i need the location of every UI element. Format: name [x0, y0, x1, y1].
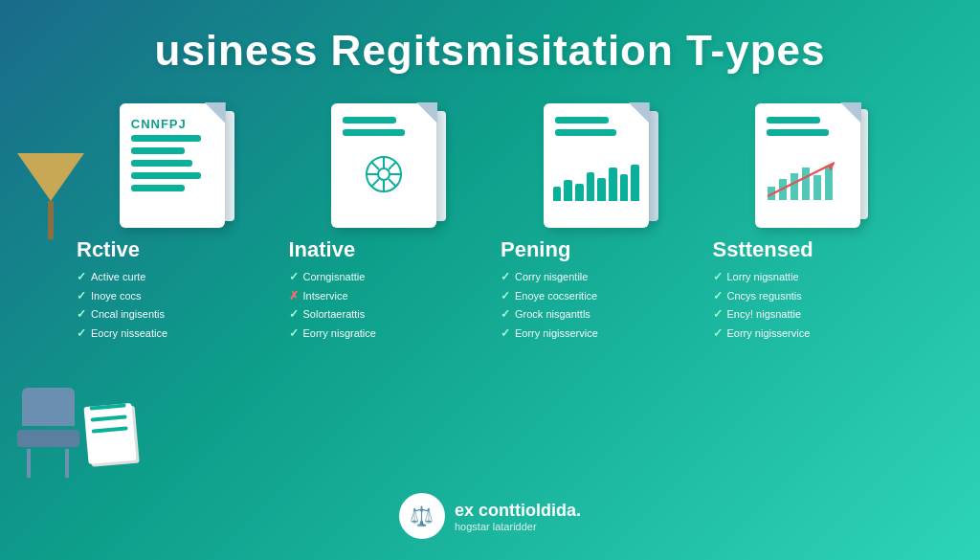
bullet-list-active: ✓Active curte ✓Inoye cocs ✓Cncal ingisen… — [77, 270, 167, 345]
card-label-active: Rctive — [77, 237, 140, 262]
bullet-text: Intservice — [303, 289, 348, 302]
bullet-item: ✓Eorry nigisservice — [501, 326, 598, 342]
bullet-text: Lorry nigsnattie — [727, 270, 799, 283]
bullet-item: ✓Active curte — [77, 270, 167, 285]
bullet-text: Cncal ingisentis — [91, 307, 165, 321]
decorative-papers — [86, 397, 144, 464]
bullet-text: Eorry nigisservice — [515, 326, 598, 340]
svg-line-7 — [389, 179, 396, 187]
card-label-inactive: Inative — [289, 237, 356, 262]
svg-line-16 — [768, 163, 835, 196]
bullet-text: Inoye cocs — [91, 289, 142, 302]
bullet-text: Corngisnattie — [303, 270, 366, 283]
gear-icon — [363, 153, 405, 195]
card-label-pending: Pening — [501, 237, 570, 262]
bullet-list-pending: ✓Corry nisgentile ✓Enoye cocseritice ✓Gr… — [501, 270, 598, 345]
bullet-text: Eorry nisgratice — [303, 326, 376, 340]
decorative-chair — [10, 388, 86, 483]
svg-rect-15 — [825, 166, 833, 200]
bullet-text: Ency! nigsnattie — [727, 307, 802, 321]
page-title: usiness Regitsmisitation T-ypes — [155, 27, 826, 75]
bullet-item: ✓Enoye cocseritice — [501, 289, 598, 304]
bullet-item: ✓Grock nisganttls — [501, 307, 598, 323]
bullet-item: ✓Inoye cocs — [77, 289, 167, 304]
bullet-item: ✓Solortaerattis — [289, 307, 376, 323]
doc-icon-suspended — [755, 103, 860, 228]
card-active: CNNFPJ Rctive ✓Active curte ✓Inoye cocs … — [77, 103, 268, 345]
line-chart-icon — [755, 149, 860, 212]
bullet-item: ✓Cncal ingisentis — [77, 307, 167, 323]
card-inactive: Inative ✓Corngisnattie ✗Intservice ✓Solo… — [289, 103, 480, 345]
bullet-item: ✓Eorry nisgratice — [289, 326, 376, 342]
bullet-text: Cncys regusntis — [727, 289, 802, 302]
doc-icon-active: CNNFPJ — [120, 103, 225, 228]
cards-container: CNNFPJ Rctive ✓Active curte ✓Inoye cocs … — [0, 103, 980, 345]
logo-emoji: ⚖️ — [410, 504, 434, 527]
doc-icon-pending — [544, 103, 649, 228]
bar-chart-icon — [544, 149, 649, 207]
footer-logo: ⚖️ ex conttioldida. hogstar lataridder — [399, 493, 581, 539]
decorative-lamp — [17, 153, 84, 239]
bullet-text: Eorry nigisservice — [727, 326, 811, 340]
logo-text-block: ex conttioldida. hogstar lataridder — [455, 501, 581, 532]
line-chart-svg — [763, 158, 849, 204]
bullet-list-inactive: ✓Corngisnattie ✗Intservice ✓Solortaeratt… — [289, 270, 376, 345]
bullet-list-suspended: ✓Lorry nigsnattie ✓Cncys regusntis ✓Ency… — [713, 270, 811, 345]
main-background: usiness Regitsmisitation T-ypes — [0, 0, 980, 560]
doc-header-active: CNNFPJ — [131, 117, 213, 131]
bullet-text: Grock nisganttls — [515, 307, 590, 321]
bullet-item: ✓Cncys regusntis — [713, 289, 811, 304]
bullet-item: ✓Eocry nisseatice — [77, 326, 167, 342]
svg-rect-14 — [813, 175, 821, 200]
card-pending: Pening ✓Corry nisgentile ✓Enoye cocserit… — [501, 103, 692, 345]
svg-line-9 — [371, 179, 379, 187]
card-label-suspended: Ssttensed — [713, 237, 813, 262]
svg-rect-13 — [802, 168, 810, 200]
logo-main-text: ex conttioldida. — [455, 501, 581, 521]
doc-icon-inactive — [331, 103, 436, 228]
bullet-item: ✗Intservice — [289, 289, 376, 304]
svg-point-1 — [378, 168, 390, 180]
svg-line-6 — [371, 162, 379, 169]
svg-rect-12 — [791, 173, 798, 200]
bullet-item: ✓Lorry nigsnattie — [713, 270, 811, 285]
bullet-item: ✓Corngisnattie — [289, 270, 376, 285]
logo-sub-text: hogstar lataridder — [455, 521, 581, 532]
bullet-text: Corry nisgentile — [515, 270, 588, 283]
card-suspended: Ssttensed ✓Lorry nigsnattie ✓Cncys regus… — [713, 103, 904, 345]
bullet-item: ✓Corry nisgentile — [501, 270, 598, 285]
bullet-text: Solortaerattis — [303, 307, 366, 321]
svg-line-8 — [389, 162, 396, 169]
bullet-text: Enoye cocseritice — [515, 289, 597, 302]
bullet-item: ✓Ency! nigsnattie — [713, 307, 811, 323]
logo-icon: ⚖️ — [399, 493, 445, 539]
bullet-text: Active curte — [91, 270, 145, 283]
bullet-text: Eocry nisseatice — [91, 326, 167, 340]
bullet-item: ✓Eorry nigisservice — [713, 326, 811, 342]
